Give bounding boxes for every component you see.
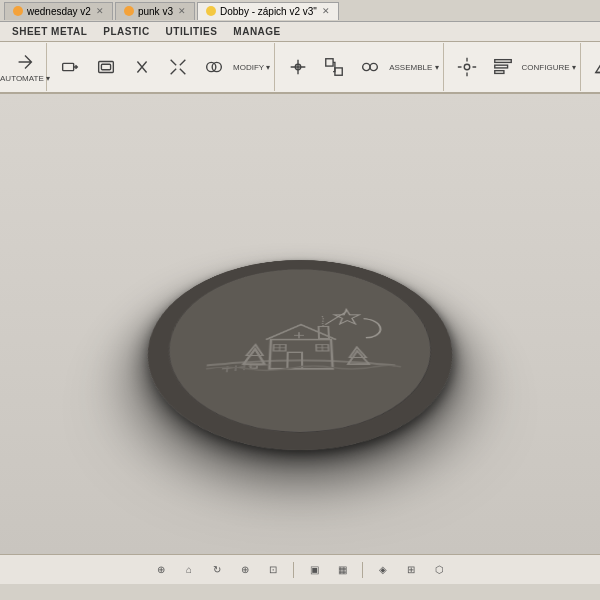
status-view2-icon[interactable]: ▦ [332,562,352,578]
tab-icon-wednesday [13,6,23,16]
svg-rect-6 [326,59,333,66]
status-fit-icon[interactable]: ⊡ [263,562,283,578]
joint-btn[interactable] [281,45,315,89]
modify-label: MODIFY ▾ [233,63,270,72]
toolbar: AUTOMATE ▾ [0,42,600,94]
svg-rect-13 [494,71,503,74]
menu-utilities[interactable]: UTILITIES [158,24,226,39]
status-home-icon[interactable]: ⌂ [179,562,199,578]
tab-wednesday[interactable]: wednesday v2 ✕ [4,2,113,20]
3d-model [130,184,470,494]
tab-punk[interactable]: punk v3 ✕ [115,2,195,20]
toolbar-group-construct: CONSTRUCT ▾ [583,43,600,91]
svg-point-4 [212,62,221,71]
status-perspective-icon[interactable]: ◈ [373,562,393,578]
tab-dobby[interactable]: Dobby - zápich v2 v3" ✕ [197,2,339,20]
status-divider2 [362,562,363,578]
svg-line-32 [244,365,245,370]
contact-btn[interactable] [353,45,387,89]
title-bar: wednesday v2 ✕ punk v3 ✕ Dobby - zápich … [0,0,600,22]
tab-close-wednesday[interactable]: ✕ [96,6,104,16]
tab-close-punk[interactable]: ✕ [178,6,186,16]
menu-sheet-metal[interactable]: SHEET METAL [4,24,95,39]
svg-line-31 [235,365,236,370]
svg-point-10 [464,64,470,70]
combine-btn[interactable] [197,45,231,89]
rigid-group-btn[interactable] [317,45,351,89]
toolbar-group-configure: CONFIGURE ▾ [446,43,581,91]
automate-label: AUTOMATE ▾ [0,74,50,83]
push-pull-btn[interactable] [53,45,87,89]
draft-btn[interactable] [125,45,159,89]
status-orbit-icon[interactable]: ↻ [207,562,227,578]
menu-bar: SHEET METAL PLASTIC UTILITIES MANAGE [0,22,600,42]
tab-label-wednesday: wednesday v2 [27,6,91,17]
svg-rect-12 [494,65,507,68]
svg-rect-2 [101,64,110,70]
menu-manage[interactable]: MANAGE [225,24,288,39]
tab-icon-dobby [206,6,216,16]
toolbar-group-modify: MODIFY ▾ [49,43,275,91]
svg-rect-11 [494,60,511,63]
tab-label-dobby: Dobby - zápich v2 v3" [220,6,317,17]
automate-tool-btn[interactable]: AUTOMATE ▾ [8,45,42,89]
shell-btn[interactable] [89,45,123,89]
tab-icon-punk [124,6,134,16]
toolbar-group-automate: AUTOMATE ▾ [4,43,47,91]
status-zoom-icon[interactable]: ⊕ [235,562,255,578]
assemble-label: ASSEMBLE ▾ [389,63,438,72]
tab-close-dobby[interactable]: ✕ [322,6,330,16]
status-bar: ⊕ ⌂ ↻ ⊕ ⊡ ▣ ▦ ◈ ⊞ ⬡ [0,554,600,584]
scale-btn[interactable] [161,45,195,89]
tab-label-punk: punk v3 [138,6,173,17]
status-mesh-icon[interactable]: ⬡ [429,562,449,578]
svg-point-9 [370,63,377,70]
main-canvas[interactable]: ⊕ ⌂ ↻ ⊕ ⊡ ▣ ▦ ◈ ⊞ ⬡ [0,94,600,584]
svg-rect-0 [63,63,74,70]
status-move-icon[interactable]: ⊕ [151,562,171,578]
toolbar-group-assemble: ASSEMBLE ▾ [277,43,443,91]
plane-btn[interactable] [587,45,600,89]
svg-point-8 [363,63,370,70]
status-grid-icon[interactable]: ⊞ [401,562,421,578]
status-view1-icon[interactable]: ▣ [304,562,324,578]
rules-btn[interactable] [486,45,520,89]
parameter-btn[interactable] [450,45,484,89]
status-divider [293,562,294,578]
configure-label: CONFIGURE ▾ [522,63,576,72]
menu-plastic[interactable]: PLASTIC [95,24,157,39]
svg-rect-7 [335,68,342,75]
